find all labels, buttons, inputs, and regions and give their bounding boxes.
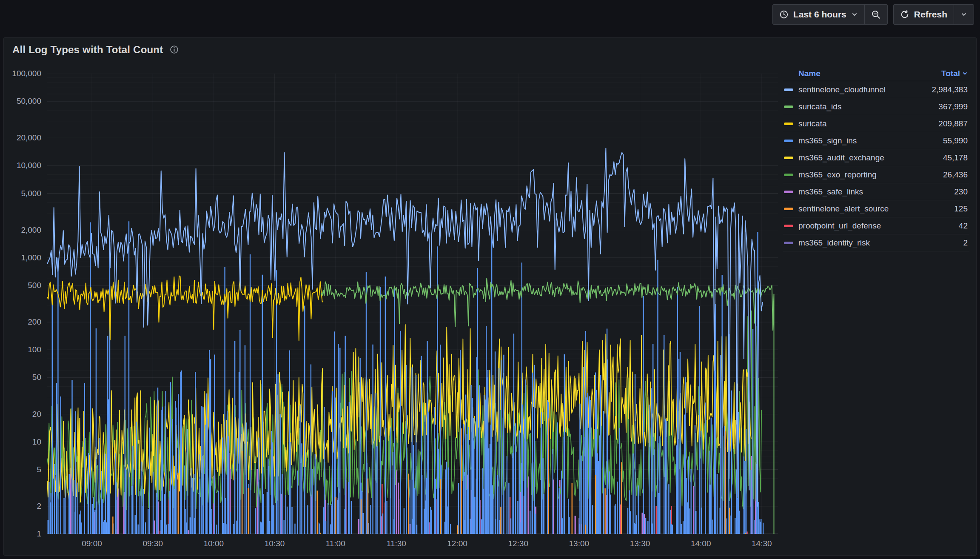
legend-row-ms365_safe_links[interactable]: ms365_safe_links230 xyxy=(783,183,969,200)
series-color-swatch xyxy=(784,242,793,244)
legend-row-proofpoint_url_defense[interactable]: proofpoint_url_defense42 xyxy=(783,217,969,234)
y-axis-label: 50,000 xyxy=(2,97,41,106)
x-axis-label: 09:30 xyxy=(132,539,173,548)
y-axis-label: 10,000 xyxy=(2,161,41,170)
legend-name-header[interactable]: Name xyxy=(798,69,820,78)
series-total-value: 367,999 xyxy=(938,102,968,111)
refresh-interval-dropdown[interactable] xyxy=(954,5,974,24)
y-axis-label: 20,000 xyxy=(2,133,41,143)
series-color-swatch xyxy=(784,88,793,91)
series-name: sentinelone_cloudfunnel xyxy=(798,85,932,94)
series-color-swatch xyxy=(784,140,793,142)
x-axis-label: 11:00 xyxy=(315,539,356,548)
x-axis-label: 11:30 xyxy=(376,539,417,548)
legend-row-ms365_sign_ins[interactable]: ms365_sign_ins55,990 xyxy=(783,132,969,149)
x-axis-label: 10:30 xyxy=(254,539,295,548)
series-name: proofpoint_url_defense xyxy=(798,221,959,231)
series-color-swatch xyxy=(784,174,793,176)
legend-header: Name Total xyxy=(783,66,969,81)
time-series-chart: 1251020501002005001,0002,0005,00010,0002… xyxy=(47,74,778,534)
series-name: ms365_sign_ins xyxy=(798,136,943,145)
series-total-value: 42 xyxy=(959,221,968,231)
series-total-value: 55,990 xyxy=(943,136,968,145)
x-axis-label: 09:00 xyxy=(71,539,112,548)
x-axis-label: 12:00 xyxy=(437,539,478,548)
series-color-swatch xyxy=(784,123,793,125)
gridline-major xyxy=(47,74,778,534)
legend-row-ms365_identity_risk[interactable]: ms365_identity_risk2 xyxy=(783,234,969,251)
y-axis-label: 200 xyxy=(2,317,41,327)
series-name: ms365_audit_exchange xyxy=(798,153,943,163)
refresh-icon xyxy=(900,10,909,19)
y-axis-label: 20 xyxy=(2,410,41,419)
zoom-out-button[interactable] xyxy=(864,5,887,24)
panel-title: All Log Types with Total Count xyxy=(12,44,163,56)
refresh-button[interactable]: Refresh xyxy=(894,5,954,24)
series-total-value: 230 xyxy=(954,187,968,197)
clock-icon xyxy=(779,10,789,19)
y-axis-label: 10 xyxy=(2,437,41,447)
y-axis-label: 1,000 xyxy=(2,253,41,262)
series-color-swatch xyxy=(784,106,793,108)
series-total-value: 125 xyxy=(954,204,968,214)
legend-total-header-label: Total xyxy=(941,69,960,78)
sort-descending-icon xyxy=(962,69,968,78)
magnifier-minus-icon xyxy=(871,10,881,20)
time-controls: Last 6 hours xyxy=(772,4,888,25)
x-axis-label: 13:30 xyxy=(620,539,661,548)
series-name: ms365_identity_risk xyxy=(798,238,963,248)
x-axis-label: 10:00 xyxy=(193,539,234,548)
time-range-label: Last 6 hours xyxy=(793,9,846,20)
series-color-swatch xyxy=(784,225,793,227)
series-total-value: 2 xyxy=(963,238,968,248)
y-axis-label: 500 xyxy=(2,281,41,290)
y-axis-label: 100,000 xyxy=(2,69,41,78)
series-name: sentinelone_alert_source xyxy=(798,204,954,214)
y-axis-label: 100 xyxy=(2,345,41,354)
series-total-value: 26,436 xyxy=(943,170,968,180)
x-axis-label: 12:30 xyxy=(498,539,538,548)
series-color-swatch xyxy=(784,208,793,210)
legend-row-sentinelone_alert_source[interactable]: sentinelone_alert_source125 xyxy=(783,200,969,217)
panel-all-log-types: All Log Types with Total Count 125102050… xyxy=(3,37,977,556)
series-total-value: 45,178 xyxy=(943,153,968,163)
chevron-down-icon xyxy=(851,11,858,18)
legend-table: Name Total sentinelone_cloudfunnel2,984,… xyxy=(783,66,969,251)
legend-rows: sentinelone_cloudfunnel2,984,383suricata… xyxy=(783,81,969,251)
series-name: ms365_exo_reporting xyxy=(798,170,943,180)
series-name: suricata xyxy=(798,119,938,128)
legend-row-sentinelone_cloudfunnel[interactable]: sentinelone_cloudfunnel2,984,383 xyxy=(783,81,969,98)
series-total-value: 2,984,383 xyxy=(932,85,968,94)
legend-row-suricata[interactable]: suricata209,887 xyxy=(783,115,969,132)
legend-row-ms365_audit_exchange[interactable]: ms365_audit_exchange45,178 xyxy=(783,149,969,166)
dashboard-toolbar: Last 6 hours Refresh xyxy=(772,4,974,25)
panel-header: All Log Types with Total Count xyxy=(4,38,976,56)
series-total-value: 209,887 xyxy=(938,119,968,128)
info-icon[interactable] xyxy=(170,45,179,56)
series-name: ms365_safe_links xyxy=(798,187,954,197)
refresh-controls: Refresh xyxy=(893,4,974,25)
time-range-picker[interactable]: Last 6 hours xyxy=(773,5,864,24)
y-axis-label: 2 xyxy=(2,502,41,511)
x-axis-label: 14:00 xyxy=(681,539,721,548)
legend-total-header[interactable]: Total xyxy=(941,69,968,78)
series-color-swatch xyxy=(784,157,793,159)
y-axis-label: 5 xyxy=(2,465,41,474)
y-axis-label: 2,000 xyxy=(2,225,41,235)
y-axis-label: 50 xyxy=(2,373,41,382)
y-axis-label: 1 xyxy=(2,529,41,539)
x-axis-label: 14:30 xyxy=(741,539,782,548)
legend-row-ms365_exo_reporting[interactable]: ms365_exo_reporting26,436 xyxy=(783,166,969,183)
x-axis-label: 13:00 xyxy=(558,539,599,548)
chevron-down-icon xyxy=(960,11,967,18)
refresh-label: Refresh xyxy=(914,9,947,20)
series-name: suricata_ids xyxy=(798,102,938,111)
series-color-swatch xyxy=(784,191,793,193)
legend-row-suricata_ids[interactable]: suricata_ids367,999 xyxy=(783,98,969,115)
y-axis-label: 5,000 xyxy=(2,189,41,198)
time-series-plot[interactable] xyxy=(47,74,778,534)
